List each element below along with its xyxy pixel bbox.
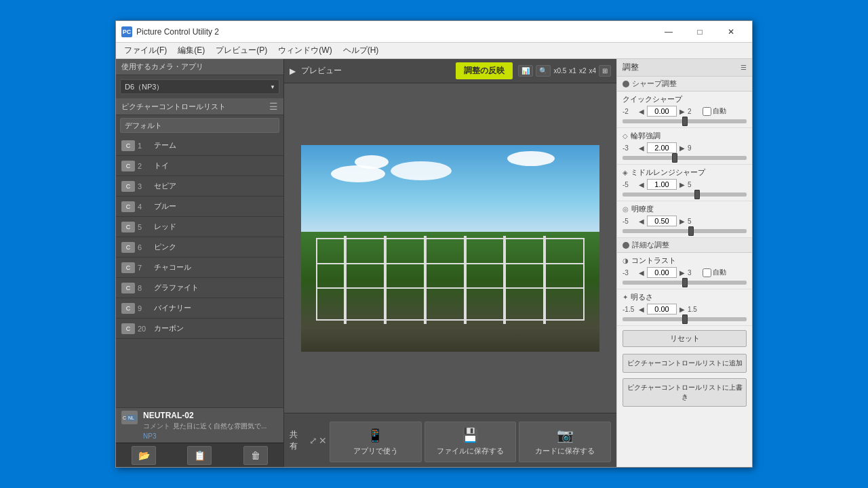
zoom-x2[interactable]: x2: [579, 67, 587, 75]
item-icon: C: [121, 161, 135, 171]
clarity-value[interactable]: [647, 216, 677, 226]
card-icon: 📷: [557, 427, 574, 443]
clarity-label: ◎ 明瞭度: [623, 204, 747, 214]
quick-sharp-slider[interactable]: [623, 119, 747, 123]
contrast-auto-check[interactable]: [703, 268, 711, 277]
brightness-slider[interactable]: [623, 317, 747, 321]
clarity-control: ◎ 明瞭度 -5 ◀ ▶ 5: [617, 201, 752, 238]
midrange-label: ◈ ミドルレンジシャープ: [623, 167, 747, 178]
histogram-button[interactable]: 📊: [518, 65, 533, 77]
outline-value[interactable]: [647, 142, 677, 153]
contrast-auto[interactable]: 自動: [703, 268, 726, 277]
delete-button[interactable]: 🗑: [243, 446, 268, 465]
preview-arrow-icon: ▶: [290, 66, 296, 76]
list-settings-icon[interactable]: ☰: [269, 101, 278, 112]
maximize-button[interactable]: □: [684, 21, 715, 43]
camera-dropdown[interactable]: D6（NP3）: [120, 79, 279, 94]
selected-item-icon: CNL: [121, 411, 138, 424]
list-item[interactable]: C 6 ピンク: [116, 237, 283, 258]
contrast-dec[interactable]: ◀: [637, 269, 646, 277]
detail-section-header[interactable]: 詳細な調整: [617, 238, 752, 253]
expand-icon[interactable]: ⤢: [309, 435, 317, 446]
share-app-label: アプリで使う: [353, 446, 398, 456]
sharp-section-header[interactable]: シャープ調整: [617, 77, 752, 92]
minimize-button[interactable]: —: [653, 21, 684, 43]
share-app-button[interactable]: 📱 アプリで使う: [330, 422, 422, 462]
apply-button[interactable]: 調整の反映: [456, 62, 513, 79]
close-button[interactable]: ✕: [715, 21, 747, 43]
preview-image: [301, 145, 599, 352]
midrange-inputs: -5 ◀ ▶ 5: [623, 179, 747, 190]
brightness-control: ✦ 明るさ -1.5 ◀ ▶ 1.5: [617, 289, 752, 326]
sky: [301, 145, 599, 238]
item-icon: C: [121, 283, 135, 293]
contrast-slider-track: [623, 281, 747, 285]
outline-inc[interactable]: ▶: [678, 144, 686, 152]
list-item[interactable]: C 7 チャコール: [116, 258, 283, 278]
contrast-value[interactable]: [647, 267, 677, 278]
camera-section-label: 使用するカメラ・アプリ: [116, 59, 283, 75]
add-to-list-button[interactable]: ピクチャーコントロールリストに追加: [623, 354, 747, 373]
zoom-button[interactable]: 🔍: [536, 65, 551, 77]
quick-sharp-inc[interactable]: ▶: [678, 108, 686, 115]
quick-sharp-label: クイックシャープ: [623, 94, 747, 104]
brightness-dec[interactable]: ◀: [637, 306, 646, 313]
clarity-slider[interactable]: [623, 229, 747, 233]
list-item[interactable]: C 4 ブルー: [116, 197, 283, 217]
fence-rail: [317, 287, 583, 289]
outline-dec[interactable]: ◀: [637, 144, 646, 152]
copy-button[interactable]: 📋: [187, 446, 212, 465]
preview-image-area: [284, 83, 616, 413]
share-file-button[interactable]: 💾 ファイルに保存する: [425, 422, 517, 462]
app-icon: 📱: [367, 427, 384, 443]
fence-post: [543, 236, 546, 324]
item-icon: C: [121, 262, 135, 273]
list-item[interactable]: C 9 バイナリー: [116, 298, 283, 319]
brightness-inputs: -1.5 ◀ ▶ 1.5: [623, 304, 747, 314]
midrange-value[interactable]: [647, 179, 677, 190]
contrast-inc[interactable]: ▶: [678, 269, 686, 277]
clarity-dec[interactable]: ◀: [637, 218, 646, 225]
default-dropdown[interactable]: デフォルト: [120, 118, 279, 133]
folder-button[interactable]: 📂: [132, 446, 156, 465]
share-card-button[interactable]: 📷 カードに保存する: [519, 422, 611, 462]
midrange-dec[interactable]: ◀: [637, 181, 646, 188]
overwrite-list-button[interactable]: ピクチャーコントロールリストに上書き: [623, 378, 747, 407]
zoom-x05[interactable]: x0.5: [553, 67, 566, 75]
list-item[interactable]: C 20 カーボン: [116, 319, 283, 339]
brightness-value[interactable]: [647, 304, 677, 314]
list-item[interactable]: C 3 セピア: [116, 176, 283, 197]
reset-button[interactable]: リセット: [623, 330, 747, 347]
menu-file[interactable]: ファイル(F): [119, 43, 172, 58]
menu-help[interactable]: ヘルプ(H): [338, 43, 384, 58]
list-item[interactable]: C 1 テーム: [116, 136, 283, 156]
quick-sharp-auto[interactable]: 自動: [703, 106, 726, 116]
view-toggle-button[interactable]: ⊞: [599, 65, 611, 77]
list-item[interactable]: C 5 レッド: [116, 217, 283, 237]
brightness-label: ✦ 明るさ: [623, 292, 747, 302]
midrange-thumb: [694, 190, 700, 199]
adjust-section-header[interactable]: 調整 ☰: [617, 59, 752, 77]
midrange-slider[interactable]: [623, 192, 747, 197]
brightness-min: -1.5: [623, 306, 636, 313]
outline-thumb: [672, 153, 677, 163]
clarity-inc[interactable]: ▶: [678, 218, 686, 225]
zoom-x4[interactable]: x4: [589, 67, 596, 75]
menu-window[interactable]: ウィンドウ(W): [273, 43, 337, 58]
quick-sharp-value[interactable]: [647, 106, 677, 117]
preview-header: ▶ プレビュー 調整の反映 📊 🔍 x0.5 x1 x2 x4 ⊞: [284, 59, 616, 83]
list-item[interactable]: C 8 グラファイト: [116, 278, 283, 298]
midrange-inc[interactable]: ▶: [678, 181, 686, 188]
main-window: PC Picture Control Utility 2 — □ ✕ ファイル(…: [115, 20, 753, 468]
share-label: 共有: [290, 429, 304, 452]
zoom-x1[interactable]: x1: [569, 67, 576, 75]
close-share-icon[interactable]: ✕: [319, 435, 327, 446]
menu-edit[interactable]: 編集(E): [172, 43, 210, 58]
quick-sharp-dec[interactable]: ◀: [637, 108, 646, 115]
brightness-inc[interactable]: ▶: [678, 306, 686, 313]
menu-preview[interactable]: プレビュー(P): [210, 43, 273, 58]
list-item[interactable]: C 2 トイ: [116, 156, 283, 176]
contrast-slider[interactable]: [623, 281, 747, 285]
quick-sharp-auto-check[interactable]: [703, 107, 711, 116]
outline-slider[interactable]: [623, 156, 747, 160]
